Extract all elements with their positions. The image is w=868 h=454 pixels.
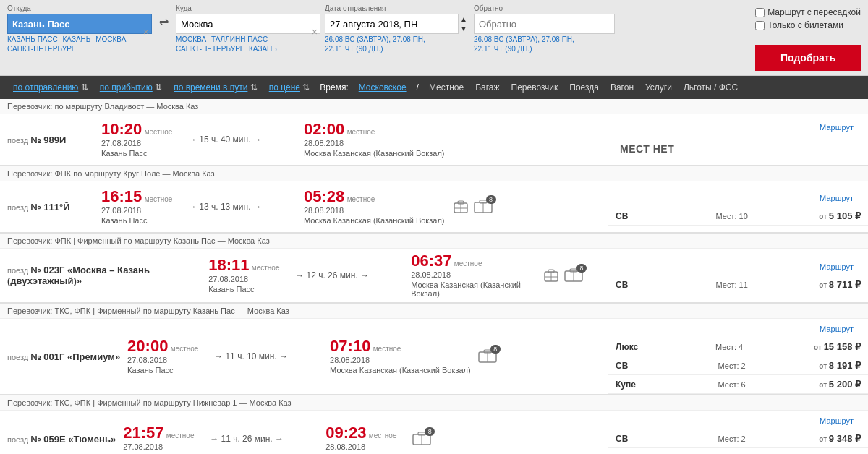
sort-benefits[interactable]: Льготы / ФСС xyxy=(678,80,744,95)
quick-date-return[interactable]: 22.11 ЧТ (90 дн.) xyxy=(474,45,532,53)
train-row: поезд № 059Е «Тюмень» 21:57 местное 27.0… xyxy=(0,411,868,454)
quick-link[interactable]: МОСКВА xyxy=(95,35,126,43)
seat-badge: 8 xyxy=(490,345,501,354)
transfer-checkbox-label[interactable]: Маршрут с пересадкой xyxy=(755,7,861,17)
ticket-class: СВ xyxy=(616,434,644,444)
sort-carrier[interactable]: Перевозчик xyxy=(506,80,564,95)
depart-block: 10:20 местное 27.08.2018 Казань Пасс xyxy=(101,121,181,158)
local-time[interactable]: Местное xyxy=(423,80,469,95)
from-input[interactable] xyxy=(7,14,152,34)
train-main: поезд № 001Г «Премиум» 20:00 местное 27.… xyxy=(0,319,608,394)
quick-link[interactable]: КАЗАНЬ ПАСС xyxy=(7,35,58,43)
ticket-row[interactable]: СВ Мест: 2 от 8 191 ₽ xyxy=(608,356,868,375)
sort-bar: по отправлению ⇅ по прибытию ⇅ по времен… xyxy=(0,76,868,99)
маршрут-link[interactable]: Маршрут xyxy=(616,120,861,134)
arrive-note: местное xyxy=(454,260,482,267)
sort-by-arrival[interactable]: по прибытию ⇅ xyxy=(94,80,168,95)
depart-date: 27.08.2018 xyxy=(127,356,207,364)
arrive-time: 09:23 xyxy=(326,424,366,442)
depart-block: 16:15 местное 27.08.2018 Казань Пасс xyxy=(101,189,181,225)
to-label: Куда xyxy=(176,4,320,12)
маршрут-link[interactable]: Маршрут xyxy=(616,260,861,274)
moscow-time[interactable]: Московское xyxy=(353,80,412,95)
sort-services[interactable]: Услуги xyxy=(639,80,678,95)
date-field: Дата отправления ▲ ▼ 26.08 ВС (завтра), … xyxy=(325,4,469,53)
ticket-row[interactable]: СВ Мест: 11 от 8 711 ₽ xyxy=(608,275,868,294)
quick-link[interactable]: САНКТ-ПЕТЕРБУРГ xyxy=(176,45,244,53)
swap-button[interactable]: ⇌ xyxy=(156,14,171,28)
quick-link[interactable]: КАЗАНЬ xyxy=(249,45,277,53)
ticket-row[interactable]: Люкс Мест: 4 от 15 158 ₽ xyxy=(608,338,868,356)
options-area: Маршрут с пересадкой Только с билетами П… xyxy=(755,4,861,71)
sort-by-travel-time[interactable]: по времени в пути ⇅ xyxy=(168,80,263,95)
quick-link[interactable]: САНКТ-ПЕТЕРБУРГ xyxy=(7,45,75,53)
duration-text: → 11 ч. 10 мин. → xyxy=(214,351,288,361)
quick-link[interactable]: ТАЛЛИНН ПАСС xyxy=(211,35,268,43)
ticket-row[interactable]: Купе Мест: 6 от 5 200 ₽ xyxy=(608,375,868,394)
depart-note: местное xyxy=(166,432,195,440)
arrive-block: 09:23 местное 28.08.2018 xyxy=(326,425,405,453)
маршрут-link[interactable]: Маршрут xyxy=(616,191,861,205)
depart-time: 18:11 xyxy=(208,256,249,274)
transfer-label: Маршрут с пересадкой xyxy=(767,7,861,17)
ticket-class: СВ xyxy=(616,211,644,221)
train-id-block: поезд № 111°Й xyxy=(7,202,94,213)
ticket-seats: Мест: 2 xyxy=(649,434,814,443)
duration-block: → 11 ч. 26 мин. → xyxy=(210,434,318,444)
train-block: Перевозчик: по маршруту Владивост — Моск… xyxy=(0,99,868,166)
icons-block: 8 xyxy=(412,430,470,448)
ticket-row[interactable]: СВ Мест: 10 от 5 105 ₽ xyxy=(608,207,868,226)
quick-date[interactable]: 26.08 ВС (завтра), 27.08 ПН, xyxy=(325,35,425,43)
seat-badge: 8 xyxy=(486,195,496,204)
from-text: от xyxy=(819,213,829,220)
tickets-only-checkbox-label[interactable]: Только с билетами xyxy=(755,20,861,30)
quick-date-return[interactable]: 26.08 ВС (завтра), 27.08 ПН, xyxy=(474,35,574,43)
duration-text: → 12 ч. 26 мин. → xyxy=(295,270,369,280)
маршрут-link[interactable]: Маршрут xyxy=(616,322,861,336)
train-number: № 111°Й xyxy=(30,202,69,213)
clear-to-button[interactable]: × xyxy=(312,27,318,37)
train-number: № 989И xyxy=(30,134,66,145)
person-icon: 8 xyxy=(564,267,583,285)
arrive-note: местное xyxy=(347,128,375,136)
arrive-time: 05:28 xyxy=(304,187,344,205)
quick-link[interactable]: КАЗАНЬ xyxy=(63,35,91,43)
arrive-note: местное xyxy=(347,195,375,203)
ticket-row[interactable]: СВ Мест: 2 от 9 348 ₽ xyxy=(608,429,868,448)
depart-block: 21:57 местное 27.08.2018 xyxy=(123,425,203,453)
ticket-row[interactable]: Купе Мест: 10 от xyxy=(608,448,868,454)
arrive-block: 07:10 местное 28.08.2018 Москва Казанска… xyxy=(330,338,471,374)
sort-baggage[interactable]: Багаж xyxy=(469,80,505,95)
to-quick-links: МОСКВА ТАЛЛИНН ПАСС САНКТ-ПЕТЕРБУРГ КАЗА… xyxy=(176,35,320,53)
return-input[interactable] xyxy=(474,14,615,34)
from-text: от xyxy=(819,435,829,443)
transfer-checkbox[interactable] xyxy=(755,8,765,17)
date-arrows[interactable]: ▲ ▼ xyxy=(460,14,467,33)
arrive-date: 28.08.2018 xyxy=(326,442,405,451)
arrive-block: 06:37 местное 28.08.2018 Москва Казанска… xyxy=(411,253,535,298)
sort-wagon[interactable]: Вагон xyxy=(605,80,639,95)
quick-date[interactable]: 22.11 ЧТ (90 дн.) xyxy=(325,45,383,53)
search-button[interactable]: Подобрать xyxy=(755,45,861,71)
маршрут-link[interactable]: Маршрут xyxy=(616,414,861,428)
date-input[interactable] xyxy=(325,14,459,34)
clear-from-button[interactable]: × xyxy=(143,27,149,37)
duration-block: → 15 ч. 40 мин. → xyxy=(188,134,297,145)
sort-by-departure[interactable]: по отправлению ⇅ xyxy=(7,80,94,95)
sort-train[interactable]: Поезда xyxy=(563,80,605,95)
tickets-only-label: Только с билетами xyxy=(767,20,843,30)
from-field: Откуда × КАЗАНЬ ПАСС КАЗАНЬ МОСКВА САНКТ… xyxy=(7,4,152,53)
ticket-price: от 9 348 ₽ xyxy=(819,433,861,444)
tickets-only-checkbox[interactable] xyxy=(755,21,765,30)
price-value: 5 200 ₽ xyxy=(829,379,861,390)
person-icon: 8 xyxy=(412,430,431,448)
to-input[interactable] xyxy=(176,14,320,34)
ticket-seats: Мест: 4 xyxy=(649,343,809,351)
price-value: 9 348 ₽ xyxy=(829,433,861,444)
from-label: Откуда xyxy=(7,4,152,12)
quick-link[interactable]: МОСКВА xyxy=(176,35,206,43)
time-slash: / xyxy=(412,80,423,95)
arrive-station: Москва Казанская (Казанский Вокзал) xyxy=(304,216,445,225)
train-header: Перевозчик: ТКС, ФПК | Фирменный по марш… xyxy=(0,304,868,319)
sort-by-price[interactable]: по цене ⇅ xyxy=(263,80,316,95)
